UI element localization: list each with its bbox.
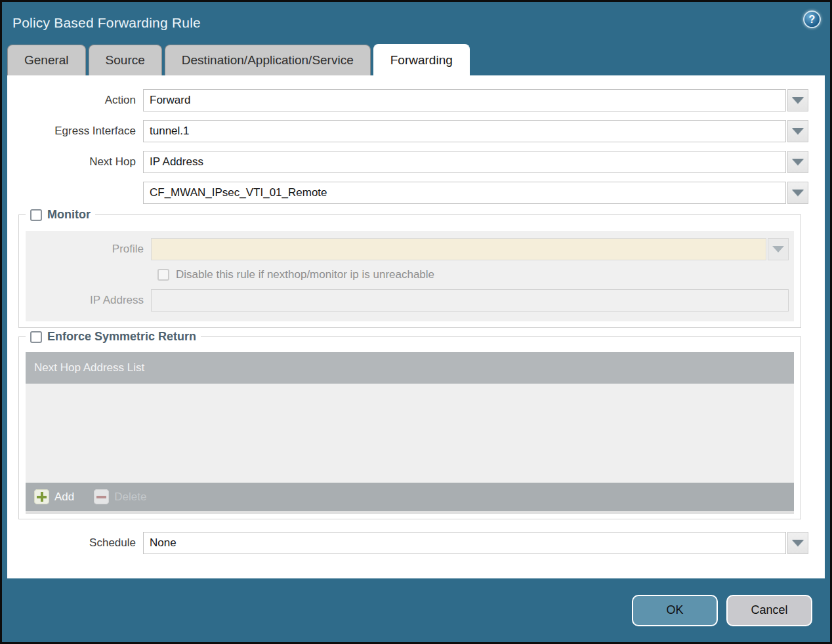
next-hop-address-row (7, 182, 808, 204)
dialog-footer: OK Cancel (2, 578, 830, 642)
table-bottom-strip (26, 511, 794, 514)
schedule-label: Schedule (7, 536, 143, 550)
egress-interface-input[interactable] (143, 120, 786, 142)
delete-button-label: Delete (114, 491, 146, 504)
monitor-ip-address-row: IP Address (26, 289, 791, 312)
profile-row: Profile (26, 238, 791, 260)
ok-button[interactable]: OK (632, 595, 718, 626)
chevron-down-icon (792, 159, 804, 165)
table-toolbar: Add Delete (26, 483, 794, 511)
table-body-empty[interactable] (26, 384, 794, 483)
tab-general[interactable]: General (7, 45, 86, 75)
cancel-button[interactable]: Cancel (726, 595, 812, 626)
tab-forwarding[interactable]: Forwarding (373, 44, 470, 75)
add-button[interactable]: Add (34, 489, 74, 504)
next-hop-address-dropdown-button[interactable] (787, 182, 808, 204)
disable-rule-row: Disable this rule if nexthop/monitor ip … (157, 268, 791, 281)
dialog-titlebar: Policy Based Forwarding Rule ? (2, 2, 830, 44)
disable-rule-checkbox (157, 269, 169, 281)
action-label: Action (7, 94, 143, 107)
profile-label: Profile (26, 243, 151, 256)
next-hop-dropdown-button[interactable] (787, 151, 808, 173)
chevron-down-icon (772, 246, 784, 252)
next-hop-address-input[interactable] (143, 182, 786, 204)
add-button-label: Add (54, 491, 74, 504)
chevron-down-icon (792, 128, 804, 134)
tab-destination-application-service[interactable]: Destination/Application/Service (165, 45, 371, 75)
plus-icon (34, 489, 49, 504)
profile-input (151, 238, 766, 260)
monitor-checkbox[interactable] (30, 209, 42, 221)
symmetric-return-legend[interactable]: Enforce Symmetric Return (26, 330, 201, 344)
chevron-down-icon (792, 540, 804, 546)
help-icon[interactable]: ? (803, 10, 821, 28)
action-input[interactable] (143, 89, 786, 111)
next-hop-type-input[interactable] (143, 151, 786, 173)
symmetric-return-legend-label: Enforce Symmetric Return (47, 330, 196, 344)
forwarding-tab-panel: Action Egress Interface Next Hop (7, 75, 825, 578)
table-header-next-hop-address-list[interactable]: Next Hop Address List (26, 352, 794, 384)
next-hop-row: Next Hop (7, 151, 808, 173)
symmetric-return-group: Enforce Symmetric Return Next Hop Addres… (18, 336, 801, 519)
next-hop-address-list-table: Next Hop Address List Add Delete (26, 352, 794, 511)
egress-interface-row: Egress Interface (7, 120, 808, 142)
symmetric-return-checkbox[interactable] (30, 331, 42, 343)
monitor-group: Monitor Profile Disable this rule if nex… (18, 214, 801, 328)
action-dropdown-button[interactable] (787, 89, 808, 111)
dialog-title: Policy Based Forwarding Rule (12, 15, 201, 31)
tab-source[interactable]: Source (89, 45, 162, 75)
tab-bar: General Source Destination/Application/S… (2, 44, 830, 75)
monitor-ip-address-input (151, 289, 789, 312)
egress-interface-label: Egress Interface (7, 125, 143, 138)
chevron-down-icon (792, 97, 804, 104)
monitor-ip-address-label: IP Address (26, 294, 151, 307)
profile-dropdown-button (768, 238, 789, 260)
chevron-down-icon (792, 190, 804, 196)
disable-rule-label: Disable this rule if nexthop/monitor ip … (176, 268, 434, 281)
schedule-input[interactable] (143, 532, 786, 554)
pbf-rule-dialog: Policy Based Forwarding Rule ? General S… (0, 0, 832, 644)
minus-icon (94, 489, 109, 504)
monitor-legend-label: Monitor (47, 208, 91, 222)
monitor-legend[interactable]: Monitor (26, 208, 95, 222)
schedule-dropdown-button[interactable] (787, 532, 808, 554)
monitor-panel: Profile Disable this rule if nexthop/mon… (26, 231, 794, 321)
delete-button: Delete (94, 489, 146, 504)
next-hop-label: Next Hop (7, 155, 143, 169)
action-row: Action (7, 89, 808, 111)
egress-interface-dropdown-button[interactable] (787, 120, 808, 142)
schedule-row: Schedule (7, 532, 808, 554)
